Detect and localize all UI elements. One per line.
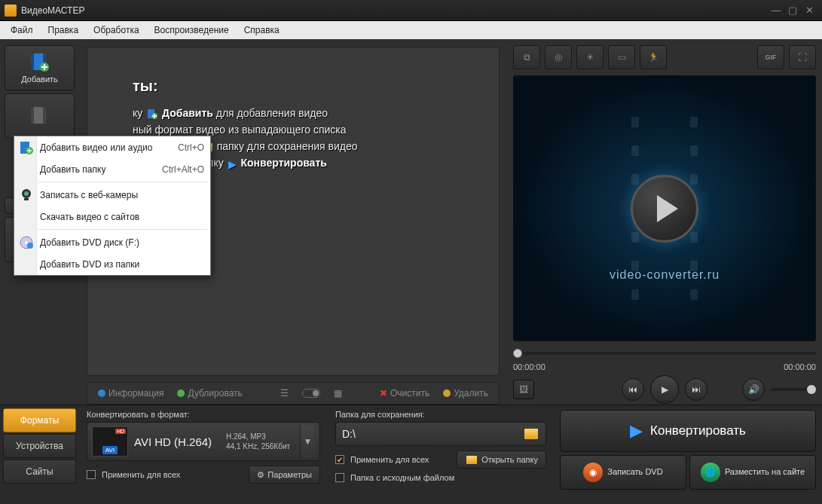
play-icon: ▶ [662, 384, 668, 395]
dd-dvd-disc[interactable]: Добавить DVD диск (F:) [14, 231, 210, 253]
dvd-burn-icon: ◉ [583, 463, 603, 482]
volume-slider[interactable] [771, 388, 816, 391]
delete-button[interactable]: Удалить [439, 386, 493, 400]
tab-devices[interactable]: Устройства [3, 434, 76, 458]
next-button[interactable]: ⏭ [685, 378, 707, 401]
tab-sites[interactable]: Сайты [3, 460, 76, 484]
window-title: ВидеоМАСТЕР [21, 5, 768, 16]
view-list-button[interactable]: ☰ [276, 386, 293, 400]
duplicate-icon [177, 389, 185, 397]
timeline-thumb[interactable] [513, 349, 522, 358]
format-selector[interactable]: HD AVI AVI HD (H.264) H.264, MP3 44,1 KH… [87, 422, 320, 461]
snapshot-button[interactable]: 🖼 [513, 380, 534, 399]
dd-download[interactable]: Скачать видео с сайтов [14, 206, 210, 228]
dd-webcam[interactable]: Записать с веб-камеры [14, 184, 210, 206]
format-label: Конвертировать в формат: [87, 410, 320, 419]
menu-edit[interactable]: Правка [42, 23, 85, 37]
folder-apply-all-label: Применить для всех [350, 455, 451, 464]
convert-inline-icon: ▶ [228, 158, 237, 170]
prev-icon: ⏮ [628, 384, 637, 395]
time-row: 00:00:00 00:00:00 [513, 362, 816, 371]
remove-button[interactable] [5, 93, 75, 139]
bottom-tabs: Форматы Устройства Сайты [0, 405, 79, 504]
gif-button[interactable]: GIF [757, 45, 784, 69]
app-logo-icon [5, 5, 17, 17]
folder-apply-all-checkbox[interactable] [335, 455, 344, 464]
grid-icon: ▦ [334, 388, 342, 399]
dd-add-media[interactable]: Добавить видео или аудио Ctrl+O [14, 136, 210, 158]
preview-panel: ⧉ ◎ ☀ ▭ 🏃 GIF ⛶ video-converter.ru [507, 39, 822, 405]
step-1: ку Добавить для добавления видео [133, 107, 484, 119]
folder-path: D:\ [342, 428, 518, 440]
gif-icon: GIF [765, 53, 777, 61]
timeline-slider[interactable] [513, 346, 816, 361]
rotate-button[interactable]: ◎ [545, 45, 572, 69]
fullscreen-button[interactable]: ⛶ [789, 45, 816, 69]
list-icon: ☰ [280, 388, 289, 399]
preview-brand: video-converter.ru [514, 268, 815, 282]
step-2: ный формат видео из выпадающего списка [133, 124, 484, 136]
format-detail: H.264, MP3 44,1 KHz, 256Кбит [226, 432, 294, 451]
convert-arrow-icon: ▶ [630, 421, 643, 441]
maximize-button[interactable]: ▢ [784, 4, 801, 17]
dd-separator [38, 182, 207, 182]
format-apply-all-checkbox[interactable] [87, 470, 96, 479]
add-button[interactable]: Добавить [5, 45, 75, 90]
crop-icon: ⧉ [524, 52, 530, 63]
duplicate-button[interactable]: Дублировать [173, 386, 246, 400]
clear-button[interactable]: ✖Очистить [375, 386, 434, 400]
preview-toolbar: ⧉ ◎ ☀ ▭ 🏃 GIF ⛶ [513, 45, 816, 71]
close-button[interactable]: ✕ [801, 4, 817, 17]
webcam-icon [17, 186, 35, 204]
volume-thumb[interactable] [807, 385, 816, 394]
instructions-heading: ты: [133, 78, 484, 95]
titlebar: ВидеоМАСТЕР — ▢ ✕ [0, 0, 822, 21]
params-button[interactable]: ⚙Параметры [249, 466, 320, 484]
tab-formats[interactable]: Форматы [3, 408, 76, 432]
crop-button[interactable]: ⧉ [513, 45, 540, 69]
clear-icon: ✖ [380, 388, 387, 399]
svg-rect-1 [31, 53, 34, 70]
brightness-icon: ☀ [586, 52, 594, 63]
format-dropdown-arrow[interactable]: ▼ [300, 425, 315, 458]
main-area: Добавить Соединить Программы ты: ку Доба… [0, 39, 822, 405]
svg-rect-16 [24, 198, 29, 200]
volume-button[interactable]: 🔊 [742, 378, 765, 401]
folder-browse-icon[interactable] [524, 429, 538, 439]
menubar: Файл Правка Обработка Воспроизведение Сп… [0, 21, 822, 39]
menu-file[interactable]: Файл [5, 23, 39, 37]
dd-add-folder[interactable]: Добавить папку Ctrl+Alt+O [14, 158, 210, 180]
burn-dvd-button[interactable]: ◉ Записать DVD [560, 455, 686, 490]
svg-point-15 [24, 191, 29, 196]
video-preview[interactable]: video-converter.ru [513, 75, 816, 341]
time-total: 00:00:00 [784, 362, 816, 371]
info-button[interactable]: Информация [93, 386, 168, 400]
menu-process[interactable]: Обработка [87, 23, 145, 37]
text-button[interactable]: ▭ [608, 45, 635, 69]
gear-icon: ⚙ [257, 470, 264, 480]
film-remove-icon [29, 105, 50, 127]
upload-button[interactable]: 🌐 Разместить на сайте [689, 455, 816, 490]
speed-button[interactable]: 🏃 [640, 45, 667, 69]
add-button-label: Добавить [21, 75, 58, 84]
convert-button[interactable]: ▶ Конвертировать [560, 410, 816, 452]
dd-dvd-folder[interactable]: Добавить DVD из папки [14, 253, 210, 275]
view-toggle-button[interactable] [298, 387, 325, 399]
minimize-button[interactable]: — [768, 4, 784, 17]
brightness-button[interactable]: ☀ [576, 45, 604, 69]
folder-label: Папка для сохранения: [335, 410, 546, 419]
add-inline-icon [147, 108, 157, 119]
menu-help[interactable]: Справка [238, 23, 286, 37]
volume-group: 🔊 [742, 378, 816, 401]
format-apply-all-label: Применить для всех [102, 470, 243, 479]
time-current: 00:00:00 [513, 362, 545, 371]
info-icon [98, 389, 105, 397]
open-folder-button[interactable]: Открыть папку [457, 451, 546, 469]
prev-button[interactable]: ⏮ [622, 378, 644, 401]
source-folder-checkbox[interactable] [335, 473, 344, 482]
menu-playback[interactable]: Воспроизведение [148, 23, 235, 37]
folder-open-icon [466, 456, 477, 464]
folder-selector[interactable]: D:\ [335, 422, 546, 446]
view-grid-button[interactable]: ▦ [329, 386, 347, 400]
play-button[interactable]: ▶ [650, 375, 679, 404]
